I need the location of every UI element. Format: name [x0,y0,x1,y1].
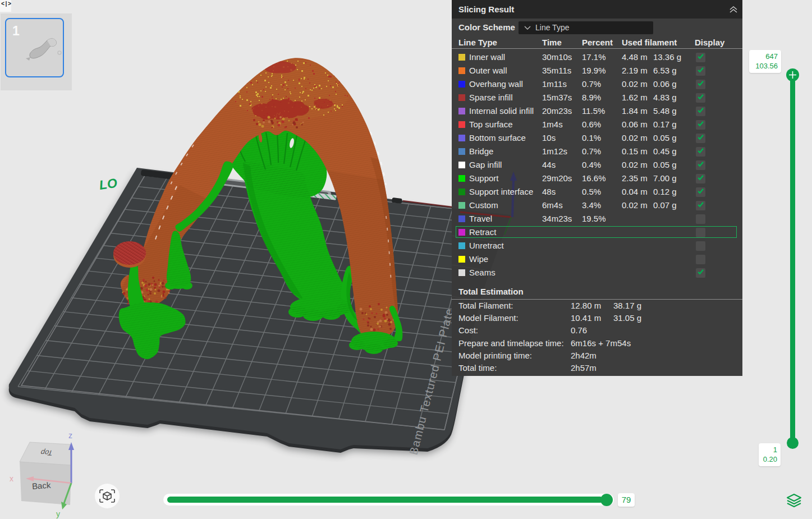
svg-text:y: y [56,509,60,518]
svg-text:z: z [68,431,72,440]
svg-text:x: x [10,474,13,483]
svg-text:LO: LO [98,176,118,192]
svg-text:Back: Back [31,480,51,491]
